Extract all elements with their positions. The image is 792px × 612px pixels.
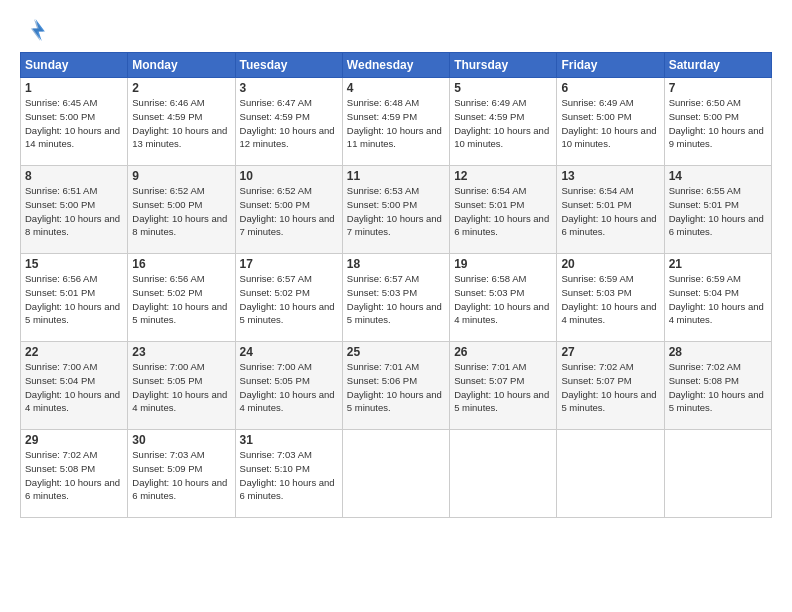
day-number: 7 xyxy=(669,81,767,95)
cell-w2-d1: 8 Sunrise: 6:51 AM Sunset: 5:00 PM Dayli… xyxy=(21,166,128,254)
cell-w4-d1: 22 Sunrise: 7:00 AM Sunset: 5:04 PM Dayl… xyxy=(21,342,128,430)
day-info: Sunrise: 7:00 AM Sunset: 5:05 PM Dayligh… xyxy=(132,360,230,415)
day-number: 15 xyxy=(25,257,123,271)
cell-w3-d4: 18 Sunrise: 6:57 AM Sunset: 5:03 PM Dayl… xyxy=(342,254,449,342)
cell-w2-d2: 9 Sunrise: 6:52 AM Sunset: 5:00 PM Dayli… xyxy=(128,166,235,254)
day-info: Sunrise: 6:54 AM Sunset: 5:01 PM Dayligh… xyxy=(454,184,552,239)
day-info: Sunrise: 6:45 AM Sunset: 5:00 PM Dayligh… xyxy=(25,96,123,151)
header-monday: Monday xyxy=(128,53,235,78)
cell-w3-d6: 20 Sunrise: 6:59 AM Sunset: 5:03 PM Dayl… xyxy=(557,254,664,342)
cell-w1-d4: 4 Sunrise: 6:48 AM Sunset: 4:59 PM Dayli… xyxy=(342,78,449,166)
cell-w5-d3: 31 Sunrise: 7:03 AM Sunset: 5:10 PM Dayl… xyxy=(235,430,342,518)
cell-w5-d5 xyxy=(450,430,557,518)
day-number: 16 xyxy=(132,257,230,271)
calendar-table: SundayMondayTuesdayWednesdayThursdayFrid… xyxy=(20,52,772,518)
cell-w2-d3: 10 Sunrise: 6:52 AM Sunset: 5:00 PM Dayl… xyxy=(235,166,342,254)
header-row: SundayMondayTuesdayWednesdayThursdayFrid… xyxy=(21,53,772,78)
day-number: 30 xyxy=(132,433,230,447)
day-number: 11 xyxy=(347,169,445,183)
week-row-2: 8 Sunrise: 6:51 AM Sunset: 5:00 PM Dayli… xyxy=(21,166,772,254)
cell-w3-d1: 15 Sunrise: 6:56 AM Sunset: 5:01 PM Dayl… xyxy=(21,254,128,342)
week-row-1: 1 Sunrise: 6:45 AM Sunset: 5:00 PM Dayli… xyxy=(21,78,772,166)
day-number: 5 xyxy=(454,81,552,95)
cell-w1-d2: 2 Sunrise: 6:46 AM Sunset: 4:59 PM Dayli… xyxy=(128,78,235,166)
day-number: 20 xyxy=(561,257,659,271)
day-info: Sunrise: 6:57 AM Sunset: 5:03 PM Dayligh… xyxy=(347,272,445,327)
cell-w3-d3: 17 Sunrise: 6:57 AM Sunset: 5:02 PM Dayl… xyxy=(235,254,342,342)
week-row-4: 22 Sunrise: 7:00 AM Sunset: 5:04 PM Dayl… xyxy=(21,342,772,430)
cell-w1-d6: 6 Sunrise: 6:49 AM Sunset: 5:00 PM Dayli… xyxy=(557,78,664,166)
day-info: Sunrise: 7:00 AM Sunset: 5:05 PM Dayligh… xyxy=(240,360,338,415)
day-info: Sunrise: 6:46 AM Sunset: 4:59 PM Dayligh… xyxy=(132,96,230,151)
cell-w3-d7: 21 Sunrise: 6:59 AM Sunset: 5:04 PM Dayl… xyxy=(664,254,771,342)
cell-w2-d5: 12 Sunrise: 6:54 AM Sunset: 5:01 PM Dayl… xyxy=(450,166,557,254)
day-number: 9 xyxy=(132,169,230,183)
day-info: Sunrise: 7:00 AM Sunset: 5:04 PM Dayligh… xyxy=(25,360,123,415)
day-info: Sunrise: 6:56 AM Sunset: 5:01 PM Dayligh… xyxy=(25,272,123,327)
day-info: Sunrise: 7:02 AM Sunset: 5:08 PM Dayligh… xyxy=(25,448,123,503)
day-number: 25 xyxy=(347,345,445,359)
day-info: Sunrise: 7:01 AM Sunset: 5:07 PM Dayligh… xyxy=(454,360,552,415)
day-info: Sunrise: 6:49 AM Sunset: 4:59 PM Dayligh… xyxy=(454,96,552,151)
header xyxy=(20,16,772,44)
day-info: Sunrise: 6:53 AM Sunset: 5:00 PM Dayligh… xyxy=(347,184,445,239)
day-info: Sunrise: 6:58 AM Sunset: 5:03 PM Dayligh… xyxy=(454,272,552,327)
header-saturday: Saturday xyxy=(664,53,771,78)
cell-w5-d6 xyxy=(557,430,664,518)
header-friday: Friday xyxy=(557,53,664,78)
day-number: 18 xyxy=(347,257,445,271)
day-number: 31 xyxy=(240,433,338,447)
cell-w4-d3: 24 Sunrise: 7:00 AM Sunset: 5:05 PM Dayl… xyxy=(235,342,342,430)
day-number: 17 xyxy=(240,257,338,271)
header-wednesday: Wednesday xyxy=(342,53,449,78)
day-info: Sunrise: 6:52 AM Sunset: 5:00 PM Dayligh… xyxy=(240,184,338,239)
day-number: 26 xyxy=(454,345,552,359)
cell-w2-d7: 14 Sunrise: 6:55 AM Sunset: 5:01 PM Dayl… xyxy=(664,166,771,254)
day-info: Sunrise: 6:55 AM Sunset: 5:01 PM Dayligh… xyxy=(669,184,767,239)
cell-w3-d5: 19 Sunrise: 6:58 AM Sunset: 5:03 PM Dayl… xyxy=(450,254,557,342)
cell-w5-d2: 30 Sunrise: 7:03 AM Sunset: 5:09 PM Dayl… xyxy=(128,430,235,518)
day-number: 3 xyxy=(240,81,338,95)
cell-w5-d4 xyxy=(342,430,449,518)
calendar-body: 1 Sunrise: 6:45 AM Sunset: 5:00 PM Dayli… xyxy=(21,78,772,518)
cell-w4-d6: 27 Sunrise: 7:02 AM Sunset: 5:07 PM Dayl… xyxy=(557,342,664,430)
day-number: 1 xyxy=(25,81,123,95)
header-sunday: Sunday xyxy=(21,53,128,78)
day-info: Sunrise: 6:48 AM Sunset: 4:59 PM Dayligh… xyxy=(347,96,445,151)
cell-w1-d3: 3 Sunrise: 6:47 AM Sunset: 4:59 PM Dayli… xyxy=(235,78,342,166)
cell-w4-d4: 25 Sunrise: 7:01 AM Sunset: 5:06 PM Dayl… xyxy=(342,342,449,430)
cell-w4-d2: 23 Sunrise: 7:00 AM Sunset: 5:05 PM Dayl… xyxy=(128,342,235,430)
day-number: 27 xyxy=(561,345,659,359)
day-number: 2 xyxy=(132,81,230,95)
header-tuesday: Tuesday xyxy=(235,53,342,78)
cell-w3-d2: 16 Sunrise: 6:56 AM Sunset: 5:02 PM Dayl… xyxy=(128,254,235,342)
cell-w4-d7: 28 Sunrise: 7:02 AM Sunset: 5:08 PM Dayl… xyxy=(664,342,771,430)
day-info: Sunrise: 6:51 AM Sunset: 5:00 PM Dayligh… xyxy=(25,184,123,239)
day-info: Sunrise: 6:49 AM Sunset: 5:00 PM Dayligh… xyxy=(561,96,659,151)
day-number: 8 xyxy=(25,169,123,183)
day-number: 10 xyxy=(240,169,338,183)
day-info: Sunrise: 6:57 AM Sunset: 5:02 PM Dayligh… xyxy=(240,272,338,327)
cell-w2-d6: 13 Sunrise: 6:54 AM Sunset: 5:01 PM Dayl… xyxy=(557,166,664,254)
cell-w4-d5: 26 Sunrise: 7:01 AM Sunset: 5:07 PM Dayl… xyxy=(450,342,557,430)
week-row-3: 15 Sunrise: 6:56 AM Sunset: 5:01 PM Dayl… xyxy=(21,254,772,342)
day-info: Sunrise: 7:02 AM Sunset: 5:08 PM Dayligh… xyxy=(669,360,767,415)
day-number: 24 xyxy=(240,345,338,359)
day-number: 29 xyxy=(25,433,123,447)
cell-w1-d7: 7 Sunrise: 6:50 AM Sunset: 5:00 PM Dayli… xyxy=(664,78,771,166)
header-thursday: Thursday xyxy=(450,53,557,78)
day-info: Sunrise: 7:02 AM Sunset: 5:07 PM Dayligh… xyxy=(561,360,659,415)
day-info: Sunrise: 6:52 AM Sunset: 5:00 PM Dayligh… xyxy=(132,184,230,239)
day-info: Sunrise: 6:50 AM Sunset: 5:00 PM Dayligh… xyxy=(669,96,767,151)
day-number: 13 xyxy=(561,169,659,183)
calendar-header: SundayMondayTuesdayWednesdayThursdayFrid… xyxy=(21,53,772,78)
logo xyxy=(20,16,52,44)
cell-w1-d1: 1 Sunrise: 6:45 AM Sunset: 5:00 PM Dayli… xyxy=(21,78,128,166)
day-info: Sunrise: 6:59 AM Sunset: 5:03 PM Dayligh… xyxy=(561,272,659,327)
day-number: 21 xyxy=(669,257,767,271)
day-number: 6 xyxy=(561,81,659,95)
cell-w5-d7 xyxy=(664,430,771,518)
day-info: Sunrise: 6:47 AM Sunset: 4:59 PM Dayligh… xyxy=(240,96,338,151)
day-number: 23 xyxy=(132,345,230,359)
cell-w5-d1: 29 Sunrise: 7:02 AM Sunset: 5:08 PM Dayl… xyxy=(21,430,128,518)
